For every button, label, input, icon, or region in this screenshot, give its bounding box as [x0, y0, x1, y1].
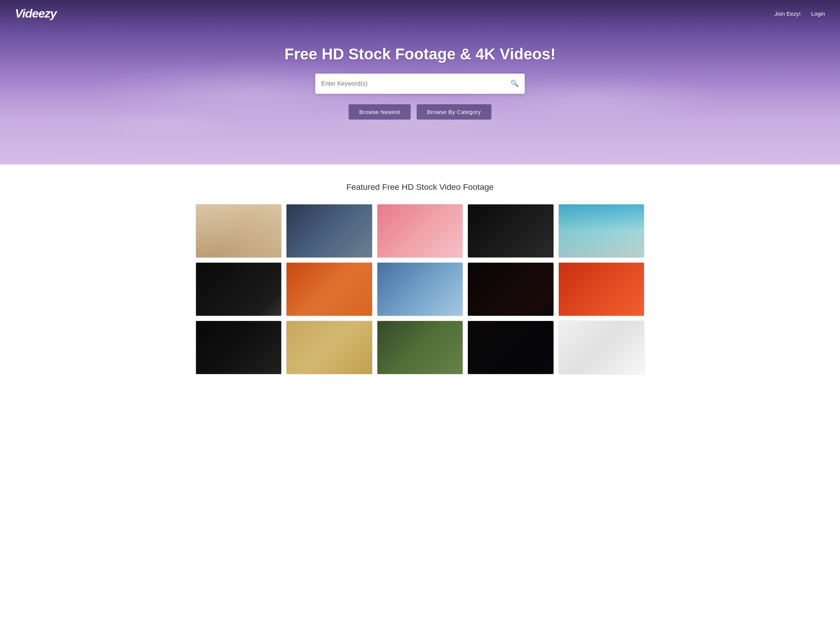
hero-content: Free HD Stock Footage & 4K Videos! 🔍 Bro… — [0, 45, 840, 120]
search-input[interactable] — [321, 80, 510, 87]
join-link[interactable]: Join Eezy! — [775, 11, 801, 17]
video-thumbnail[interactable] — [286, 204, 372, 258]
video-thumbnail[interactable] — [558, 321, 644, 375]
hero-title: Free HD Stock Footage & 4K Videos! — [284, 45, 556, 63]
featured-section: Featured Free HD Stock Video Footage — [181, 164, 659, 389]
video-thumbnail[interactable] — [196, 262, 282, 316]
video-grid — [196, 204, 644, 375]
video-thumbnail[interactable] — [196, 321, 282, 375]
video-thumbnail[interactable] — [467, 262, 554, 316]
video-thumbnail[interactable] — [467, 321, 554, 375]
video-thumbnail[interactable] — [558, 262, 644, 316]
video-thumbnail[interactable] — [286, 262, 372, 316]
video-thumbnail[interactable] — [377, 204, 463, 258]
video-thumbnail[interactable] — [558, 204, 644, 258]
video-thumbnail[interactable] — [467, 204, 554, 258]
video-thumbnail[interactable] — [286, 321, 372, 375]
video-thumbnail[interactable] — [377, 262, 463, 316]
browse-category-button[interactable]: Browse By Category — [417, 104, 491, 120]
browse-newest-button[interactable]: Browse Newest — [349, 104, 410, 120]
login-link[interactable]: Login — [811, 11, 825, 17]
featured-title: Featured Free HD Stock Video Footage — [196, 183, 644, 192]
search-bar: 🔍 — [315, 74, 525, 94]
video-thumbnail[interactable] — [377, 321, 463, 375]
nav-links: Join Eezy! Login — [775, 11, 825, 17]
site-logo[interactable]: Videezy — [15, 7, 57, 20]
hero-buttons: Browse Newest Browse By Category — [349, 104, 491, 120]
search-icon: 🔍 — [510, 80, 519, 87]
video-thumbnail[interactable] — [196, 204, 282, 258]
navbar: Videezy Join Eezy! Login — [0, 0, 840, 27]
